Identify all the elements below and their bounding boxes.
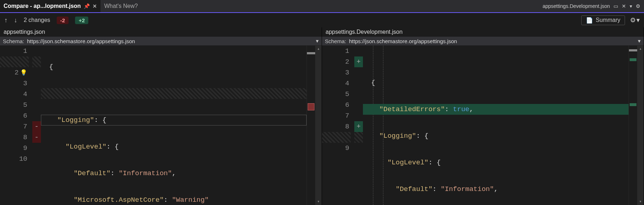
left-editor[interactable]: 1 2💡 3 4 5 6 7 8 9 10 - - [0,46,322,205]
left-gutter: 1 2💡 3 4 5 6 7 8 9 10 [0,46,32,205]
added-badge: +2 [75,17,88,24]
summary-icon: 📄 [586,17,593,24]
line-number: 6 [322,100,351,110]
line-number: 1 [322,46,351,56]
line-number-empty [322,132,351,143]
code-line: { [363,77,629,88]
minimap-add-marker [630,58,636,61]
line-number: 2💡 [0,67,29,78]
changes-count: 2 changes [24,17,50,23]
minus-marker: - [32,121,41,132]
left-schema-bar[interactable]: Schema: https://json.schemastore.org/app… [0,37,322,46]
line-number: 8 [322,121,351,132]
schema-label: Schema: [3,38,24,44]
scroll-up-icon[interactable]: ▴ [637,46,644,52]
line-number: 3 [322,67,351,78]
lightbulb-icon[interactable]: 💡 [20,70,27,76]
line-number: 3 [0,78,29,89]
tab-title: Compare - ap...lopment.json [4,3,81,9]
summary-button[interactable]: 📄 Summary [581,15,625,25]
line-number: 7 [322,110,351,121]
code-line: "LogLevel": { [363,157,629,168]
settings-button[interactable]: ⚙ ▾ [630,16,640,24]
chevron-down-icon: ▾ [636,16,640,24]
prev-change-button[interactable]: ↑ [4,17,8,24]
right-code[interactable]: { "DetailedErrors": true, "Logging": { "… [363,46,629,205]
code-line: { [41,62,307,72]
line-number: 9 [0,143,29,154]
gear-icon[interactable]: ⚙ [636,3,640,9]
toolbar-right: 📄 Summary ⚙ ▾ [581,15,640,25]
line-number: 5 [0,100,29,110]
schema-value: https://json.schemastore.org/appsettings… [27,38,313,44]
right-pane: appsettings.Development.json Schema: htt… [322,27,644,205]
close-icon[interactable]: ✕ [93,3,97,9]
line-number: 6 [0,110,29,121]
diff-panes: appsettings.json Schema: https://json.sc… [0,27,644,205]
line-number: 4 [322,78,351,89]
tab-bar: Compare - ap...lopment.json 📌 ✕ What's N… [0,0,644,13]
code-line-added: "DetailedErrors": true, [363,104,629,115]
minimap-del-marker [308,103,314,110]
right-filename: appsettings.Development.json [322,27,644,37]
left-scrollbar[interactable]: ▴ ▾ [315,46,322,205]
code-line: "Logging": { [41,115,307,126]
code-line: "Logging": { [363,131,629,141]
pin-icon[interactable]: 📌 [84,3,90,9]
minimap-add-marker [630,103,636,106]
toolbar-left: ↑ ↓ 2 changes -2 +2 [4,17,88,24]
code-line: "Default": "Information", [363,184,629,195]
line-number-empty [0,56,29,67]
line-number: 1 [0,46,29,56]
minimap-thumb[interactable] [629,49,637,51]
right-editor[interactable]: 1 2 3 4 5 6 7 8 9 + + [322,46,644,205]
schema-label: Schema: [325,38,346,44]
left-pane: appsettings.json Schema: https://json.sc… [0,27,322,205]
right-minimap[interactable] [629,46,637,205]
scroll-down-icon[interactable]: ▾ [315,199,322,205]
next-change-button[interactable]: ↓ [14,17,17,24]
line-number: 7 [0,121,29,132]
preview-icon[interactable]: ▭ [613,3,618,9]
right-marker-column: + + [354,46,363,205]
left-filename: appsettings.json [0,27,322,37]
minimap-thumb[interactable] [307,52,315,54]
removed-badge: -2 [57,17,69,24]
close-icon[interactable]: ✕ [622,3,626,9]
code-line: "Default": "Information", [41,168,307,179]
tab-bar-left: Compare - ap...lopment.json 📌 ✕ What's N… [0,0,141,12]
chevron-down-icon[interactable]: ▾ [630,3,632,9]
chevron-down-icon[interactable]: ▾ [638,38,641,44]
line-number: 2 [322,56,351,67]
minus-marker: - [32,132,41,143]
indent-guide [383,46,383,205]
schema-value: https://json.schemastore.org/appsettings… [349,38,635,44]
diff-toolbar: ↑ ↓ 2 changes -2 +2 📄 Summary ⚙ ▾ [0,13,644,27]
scroll-down-icon[interactable]: ▾ [637,199,644,205]
indent-guide [373,46,373,205]
left-minimap[interactable] [307,46,315,205]
code-line: "LogLevel": { [41,141,307,152]
line-number: 10 [0,154,29,164]
right-schema-bar[interactable]: Schema: https://json.schemastore.org/app… [322,37,644,46]
tab-title: What's New? [104,3,138,9]
scroll-up-icon[interactable]: ▴ [315,46,322,52]
document-title: appsettings.Development.json [542,3,610,9]
line-number: 8 [0,132,29,143]
tab-whatsnew[interactable]: What's New? [101,0,141,12]
plus-marker: + [354,56,363,67]
left-marker-column: - - [32,46,41,205]
line-number: 5 [322,89,351,100]
code-line-placeholder [41,88,307,99]
plus-marker: + [354,121,363,132]
gear-icon: ⚙ [630,16,636,24]
left-code[interactable]: { "Logging": { "LogLevel": { "Default": … [41,46,307,205]
right-gutter: 1 2 3 4 5 6 7 8 9 [322,46,354,205]
right-scrollbar[interactable]: ▴ ▾ [637,46,644,205]
chevron-down-icon[interactable]: ▾ [316,38,319,44]
line-number: 4 [0,89,29,100]
tab-compare[interactable]: Compare - ap...lopment.json 📌 ✕ [0,0,101,12]
line-number: 9 [322,143,351,154]
tab-bar-right: appsettings.Development.json ▭ ✕ ▾ ⚙ [542,0,644,12]
code-line: "Microsoft.AspNetCore": "Warning" [41,195,307,205]
